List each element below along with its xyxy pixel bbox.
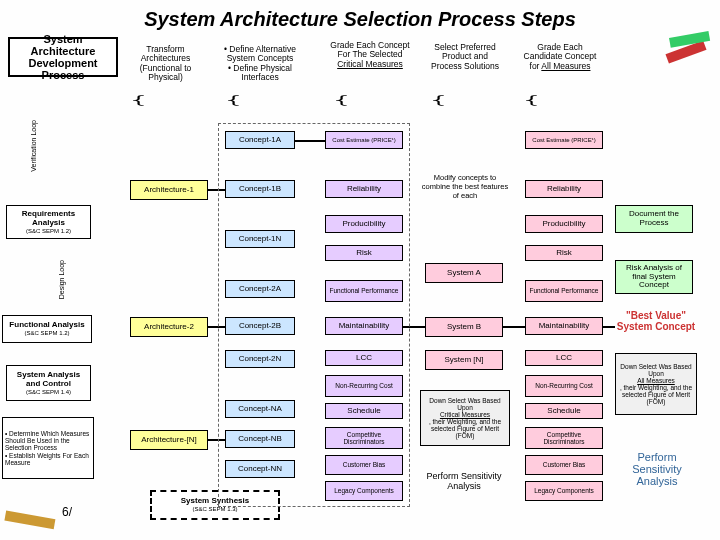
downselect-all: Down Select Was Based Upon All Measures,… bbox=[615, 353, 697, 415]
modify-text: Modify concepts to combine the best feat… bbox=[420, 173, 510, 200]
meas2-maintain: Maintainability bbox=[525, 317, 603, 335]
meas-custbias: Customer Bias bbox=[325, 455, 403, 475]
meas2-reliability: Reliability bbox=[525, 180, 603, 198]
meas-maintain: Maintainability bbox=[325, 317, 403, 335]
doc-process: Document the Process bbox=[615, 205, 693, 233]
system-synthesis: System Synthesis(S&C SEPM 1.3) bbox=[150, 490, 280, 520]
meas2-schedule: Schedule bbox=[525, 403, 603, 419]
brace-icon: ⏟ bbox=[429, 95, 492, 106]
risk-final: Risk Analysis of final System Concept bbox=[615, 260, 693, 294]
design-loop-label: Design Loop bbox=[58, 260, 65, 299]
meas-cost: Cost Estimate (PRICE¹) bbox=[325, 131, 403, 149]
meas-legacy: Legacy Components bbox=[325, 481, 403, 501]
crayon-icon bbox=[656, 27, 716, 77]
meas2-legacy: Legacy Components bbox=[525, 481, 603, 501]
svg-rect-2 bbox=[4, 511, 55, 530]
meas2-risk: Risk bbox=[525, 245, 603, 261]
arrow-line bbox=[208, 439, 225, 441]
determine-box: • Determine Which Measures Should Be Use… bbox=[2, 417, 94, 479]
meas-funcperf: Functional Performance bbox=[325, 280, 403, 302]
brace-icon: ⏟ bbox=[332, 95, 395, 106]
meas2-funcperf: Functional Performance bbox=[525, 280, 603, 302]
perform-sens: Perform Sensitivity Analysis bbox=[425, 471, 503, 491]
meas2-nonrec: Non-Recurring Cost bbox=[525, 375, 603, 397]
meas-risk: Risk bbox=[325, 245, 403, 261]
meas2-producibility: Producibility bbox=[525, 215, 603, 233]
diagram-canvas: System Architecture Development Process … bbox=[0, 35, 720, 535]
arrow-line bbox=[208, 326, 225, 328]
concept-nb: Concept-NB bbox=[225, 430, 295, 448]
arrow-line bbox=[503, 326, 525, 328]
meas-compet: Competitive Discriminators bbox=[325, 427, 403, 449]
select-header: Select Preferred Product and Process Sol… bbox=[430, 43, 500, 71]
define-header: • Define Alternative System Concepts • D… bbox=[215, 45, 305, 82]
verif-loop-label: Verification Loop bbox=[30, 120, 37, 172]
func-analysis-box: Functional Analysis(S&C SEPM 1.2) bbox=[2, 315, 92, 343]
brace-icon: ⏟ bbox=[224, 95, 287, 106]
perform-sens-2: Perform Sensitivity Analysis bbox=[618, 451, 696, 487]
concept-1n: Concept-1N bbox=[225, 230, 295, 248]
concept-2a: Concept-2A bbox=[225, 280, 295, 298]
concept-2n: Concept-2N bbox=[225, 350, 295, 368]
concept-2b: Concept-2B bbox=[225, 317, 295, 335]
downselect-crit: Down Select Was Based Upon Critical Meas… bbox=[420, 390, 510, 446]
meas-producibility: Producibility bbox=[325, 215, 403, 233]
meas2-cost: Cost Estimate (PRICE¹) bbox=[525, 131, 603, 149]
system-a: System A bbox=[425, 263, 503, 283]
page-title: System Architecture Selection Process St… bbox=[0, 0, 720, 35]
arch-2: Architecture-2 bbox=[130, 317, 208, 337]
meas-schedule: Schedule bbox=[325, 403, 403, 419]
meas2-compet: Competitive Discriminators bbox=[525, 427, 603, 449]
meas-lcc: LCC bbox=[325, 350, 403, 366]
meas2-custbias: Customer Bias bbox=[525, 455, 603, 475]
crayon-icon bbox=[0, 499, 70, 539]
brace-icon: ⏟ bbox=[522, 95, 585, 106]
grade-crit-header: Grade Each Concept For The Selected Crit… bbox=[330, 41, 410, 69]
concept-1b: Concept-1B bbox=[225, 180, 295, 198]
brace-icon: ⏟ bbox=[129, 95, 192, 106]
concept-1a: Concept-1A bbox=[225, 131, 295, 149]
arch-n: Architecture-[N] bbox=[130, 430, 208, 450]
concept-na: Concept-NA bbox=[225, 400, 295, 418]
process-header: System Architecture Development Process bbox=[8, 37, 118, 77]
arrow-line bbox=[208, 189, 225, 191]
system-n: System [N] bbox=[425, 350, 503, 370]
sys-control-box: System Analysis and Control(S&C SEPM 1.4… bbox=[6, 365, 91, 401]
concept-nn: Concept-NN bbox=[225, 460, 295, 478]
meas2-lcc: LCC bbox=[525, 350, 603, 366]
system-b: System B bbox=[425, 317, 503, 337]
best-value: "Best Value" System Concept bbox=[615, 310, 697, 332]
transform-header: Transform Architectures (Functional to P… bbox=[128, 45, 203, 82]
arch-1: Architecture-1 bbox=[130, 180, 208, 200]
arrow-line bbox=[403, 326, 425, 328]
meas-reliability: Reliability bbox=[325, 180, 403, 198]
req-analysis-box: Requirements Analysis(S&C SEPM 1.2) bbox=[6, 205, 91, 239]
arrow-line bbox=[295, 140, 325, 142]
grade-all-header: Grade Each Candidate Concept for All Mea… bbox=[520, 43, 600, 71]
arrow-line bbox=[603, 326, 615, 328]
meas-nonrec: Non-Recurring Cost bbox=[325, 375, 403, 397]
